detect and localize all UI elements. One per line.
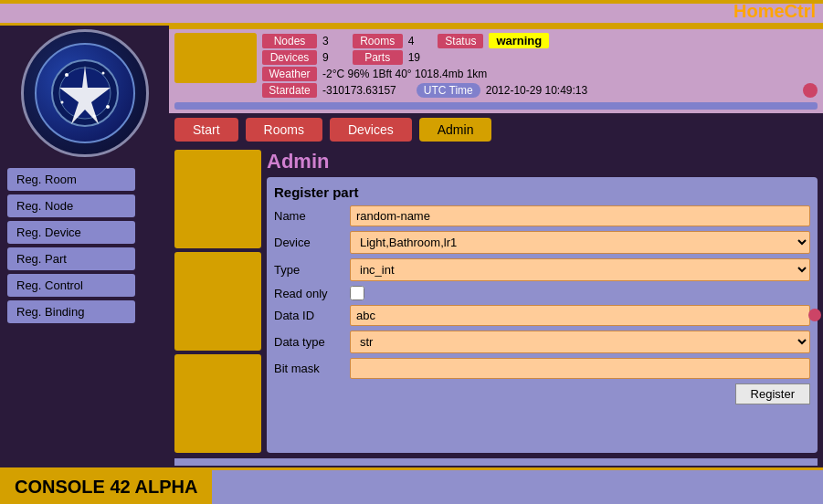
datatype-label: Data type <box>274 335 343 349</box>
nodes-label: Nodes <box>262 34 317 48</box>
bottom-fill <box>212 470 823 504</box>
star-emblem <box>48 57 121 130</box>
svg-point-4 <box>101 72 104 75</box>
left-yellow-blocks <box>174 150 261 453</box>
button-row: Register <box>274 383 810 404</box>
type-label: Type <box>274 263 343 277</box>
devices-tab[interactable]: Devices <box>330 118 412 142</box>
stardate-label: Stardate <box>262 83 317 98</box>
app-title: HomeCtrl <box>733 1 816 22</box>
devices-label: Devices <box>262 50 317 65</box>
readonly-checkbox[interactable] <box>350 286 364 300</box>
yellow-block-1 <box>174 150 261 248</box>
datatype-select[interactable]: str int float bool <box>350 331 810 353</box>
start-tab[interactable]: Start <box>174 118 238 142</box>
svg-point-5 <box>60 101 63 104</box>
dataid-label: Data ID <box>274 309 343 322</box>
svg-point-6 <box>106 105 110 109</box>
dataid-input[interactable] <box>350 305 810 326</box>
type-select[interactable]: inc_int bool str float <box>350 258 810 281</box>
readonly-row: Read only <box>274 286 810 300</box>
device-label: Device <box>274 236 343 249</box>
devices-value: 9 <box>322 51 329 64</box>
reg-device-button[interactable]: Reg. Device <box>7 221 135 244</box>
readonly-label: Read only <box>274 287 343 300</box>
reg-binding-button[interactable]: Reg. Binding <box>7 300 135 323</box>
name-label: Name <box>274 209 343 223</box>
rooms-value: 4 <box>408 35 415 47</box>
admin-title: Admin <box>267 150 818 173</box>
left-sidebar: ✦✦ ✦✦ Reg. Room Reg. Node Reg. Device Re… <box>0 26 169 467</box>
pink-accent-top <box>803 83 818 98</box>
admin-tab[interactable]: Admin <box>419 118 492 142</box>
svg-point-3 <box>65 73 69 77</box>
nav-tabs: Start Rooms Devices Admin <box>169 113 823 146</box>
logo-inner <box>35 43 135 143</box>
name-row: Name <box>274 205 810 226</box>
rooms-tab[interactable]: Rooms <box>246 118 322 142</box>
pink-dot-right <box>808 309 821 321</box>
purple-strip <box>174 102 818 110</box>
bottom-title: CONSOLE 42 ALPHA <box>0 470 212 504</box>
datatype-row: Data type str int float bool <box>274 331 810 353</box>
logo-circle: ✦✦ ✦✦ <box>21 29 149 157</box>
reg-part-button[interactable]: Reg. Part <box>7 247 135 270</box>
info-bar: Nodes 3 Rooms 4 Status warning Devices 9… <box>169 26 823 113</box>
register-button[interactable]: Register <box>735 383 810 404</box>
type-row: Type inc_int bool str float <box>274 258 810 281</box>
weather-value: -2°C 96% 1Bft 40° 1018.4mb 1km <box>322 68 487 80</box>
yellow-block-2 <box>174 252 261 351</box>
dataid-row: Data ID <box>274 305 810 326</box>
register-panel: Register part Name Device Light,Bathroom… <box>267 177 818 453</box>
stardate-value: -310173.63157 <box>322 84 396 97</box>
content-area: Admin Register part Name Device Light <box>169 146 823 457</box>
parts-value: 19 <box>408 51 420 64</box>
parts-label: Parts <box>353 50 403 65</box>
status-value: warning <box>489 33 549 48</box>
reg-control-button[interactable]: Reg. Control <box>7 274 135 297</box>
bitmask-label: Bit mask <box>274 362 343 375</box>
svg-point-7 <box>92 115 95 118</box>
device-select[interactable]: Light,Bathroom,lr1 Light,Kitchen,k1 Ligh… <box>350 231 810 254</box>
bottom-purple-strip <box>174 458 818 466</box>
yellow-block-3 <box>174 354 261 453</box>
admin-main: Admin Register part Name Device Light <box>267 150 818 453</box>
rooms-label: Rooms <box>353 34 403 48</box>
bitmask-input[interactable] <box>350 358 810 379</box>
name-input[interactable] <box>350 205 810 226</box>
device-row: Device Light,Bathroom,lr1 Light,Kitchen,… <box>274 231 810 254</box>
bitmask-row: Bit mask <box>274 358 810 379</box>
nodes-value: 3 <box>322 35 329 47</box>
bottom-bar: CONSOLE 42 ALPHA <box>0 467 823 504</box>
reg-node-button[interactable]: Reg. Node <box>7 194 135 217</box>
logo-area: ✦✦ ✦✦ <box>4 29 165 157</box>
utctime-value: 2012-10-29 10:49:13 <box>486 84 587 97</box>
sidebar-nav: Reg. Room Reg. Node Reg. Device Reg. Par… <box>4 164 165 327</box>
reg-room-button[interactable]: Reg. Room <box>7 168 135 191</box>
orange-block-top <box>174 33 257 83</box>
weather-label: Weather <box>262 67 317 81</box>
register-panel-title: Register part <box>274 184 810 200</box>
top-bar: HomeCtrl <box>0 0 823 26</box>
utctime-label: UTC Time <box>417 83 480 98</box>
status-label: Status <box>438 34 483 48</box>
